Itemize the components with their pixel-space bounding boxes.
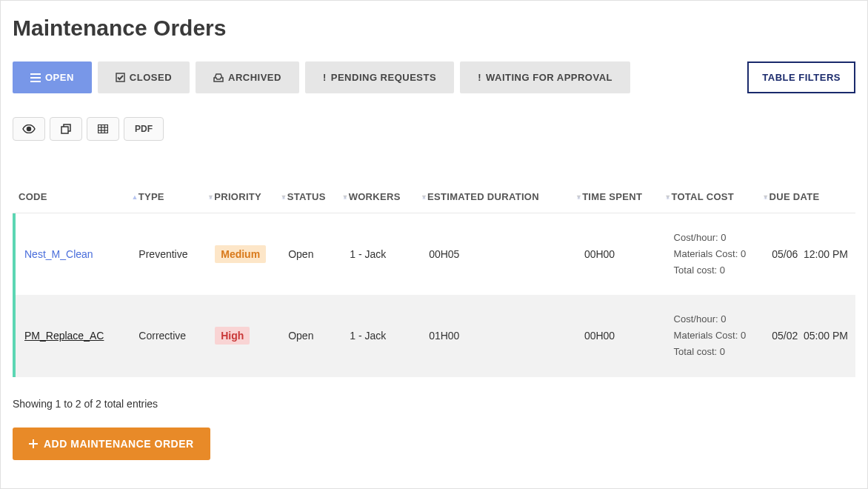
copy-icon bbox=[61, 124, 71, 134]
col-status[interactable]: STATUS ▲▼ bbox=[287, 191, 349, 202]
tab-label: WAITING FOR APPROVAL bbox=[486, 72, 612, 83]
cell-time-spent: 00H00 bbox=[584, 330, 674, 342]
cost-hour: Cost/hour: 0 bbox=[674, 230, 772, 246]
due-date: 05/02 bbox=[772, 330, 798, 342]
col-label: STATUS bbox=[287, 191, 326, 202]
cell-type: Corrective bbox=[138, 330, 215, 342]
col-priority[interactable]: PRIORITY ▲▼ bbox=[214, 191, 287, 202]
tab-waiting-approval[interactable]: ! WAITING FOR APPROVAL bbox=[460, 61, 630, 93]
pagination-info: Showing 1 to 2 of 2 total entries bbox=[13, 398, 855, 410]
cell-total-cost: Cost/hour: 0 Materials Cost: 0 Total cos… bbox=[674, 230, 772, 279]
toolbar: PDF bbox=[13, 117, 855, 141]
button-label: ADD MAINTENANCE ORDER bbox=[44, 438, 194, 450]
priority-badge: High bbox=[215, 327, 250, 345]
inbox-icon bbox=[213, 73, 224, 82]
table-row[interactable]: PM_Replace_AC Corrective High Open 1 - J… bbox=[13, 295, 855, 376]
tab-open[interactable]: OPEN bbox=[13, 61, 92, 93]
button-label: TABLE FILTERS bbox=[762, 72, 841, 83]
col-type[interactable]: TYPE ▲▼ bbox=[138, 191, 215, 202]
due-date: 05/06 bbox=[772, 248, 798, 260]
due-time: 12:00 PM bbox=[804, 248, 848, 260]
plus-icon bbox=[29, 439, 38, 448]
pdf-button[interactable]: PDF bbox=[124, 117, 164, 141]
col-label: CODE bbox=[19, 191, 47, 202]
table-filters-button[interactable]: TABLE FILTERS bbox=[747, 61, 855, 93]
cell-due-date: 05/02 05:00 PM bbox=[772, 330, 852, 342]
cell-workers: 1 - Jack bbox=[350, 330, 429, 342]
tab-pending-requests[interactable]: ! PENDING REQUESTS bbox=[305, 61, 454, 93]
col-workers[interactable]: WORKERS ▲▼ bbox=[349, 191, 427, 202]
tab-closed[interactable]: CLOSED bbox=[98, 61, 190, 93]
col-label: TOTAL COST bbox=[671, 191, 734, 202]
col-label: TYPE bbox=[138, 191, 164, 202]
col-label: TIME SPENT bbox=[582, 191, 642, 202]
materials-cost: Materials Cost: 0 bbox=[674, 246, 772, 262]
tab-label: PENDING REQUESTS bbox=[331, 72, 436, 83]
grid-icon bbox=[98, 124, 108, 133]
col-label: ESTIMATED DURATION bbox=[427, 191, 539, 202]
priority-badge: Medium bbox=[215, 245, 266, 263]
col-code[interactable]: CODE ▲ bbox=[19, 191, 138, 202]
cell-total-cost: Cost/hour: 0 Materials Cost: 0 Total cos… bbox=[674, 311, 772, 360]
svg-rect-6 bbox=[99, 125, 108, 133]
copy-button[interactable] bbox=[50, 117, 82, 141]
svg-rect-0 bbox=[30, 73, 41, 75]
page-title: Maintenance Orders bbox=[13, 16, 855, 41]
col-due-date[interactable]: DUE DATE bbox=[769, 191, 849, 202]
materials-cost: Materials Cost: 0 bbox=[674, 327, 772, 344]
svg-rect-5 bbox=[61, 127, 68, 133]
cost-hour: Cost/hour: 0 bbox=[674, 311, 772, 327]
col-total-cost[interactable]: TOTAL COST ▲▼ bbox=[671, 191, 769, 202]
eye-icon bbox=[22, 124, 36, 133]
total-cost: Total cost: 0 bbox=[674, 262, 772, 279]
add-maintenance-order-button[interactable]: ADD MAINTENANCE ORDER bbox=[13, 428, 210, 460]
exclamation-icon: ! bbox=[323, 72, 327, 83]
tab-label: CLOSED bbox=[130, 72, 172, 83]
visibility-button[interactable] bbox=[13, 117, 45, 141]
tabs-row: OPEN CLOSED ARCHIVED ! PENDING REQUESTS … bbox=[13, 61, 855, 93]
tab-label: ARCHIVED bbox=[228, 72, 281, 83]
order-code-link[interactable]: PM_Replace_AC bbox=[24, 330, 104, 342]
svg-point-4 bbox=[27, 127, 31, 131]
cell-due-date: 05/06 12:00 PM bbox=[772, 248, 852, 260]
total-cost: Total cost: 0 bbox=[674, 344, 772, 360]
button-label: PDF bbox=[135, 124, 153, 134]
cell-status: Open bbox=[288, 248, 350, 260]
col-label: PRIORITY bbox=[214, 191, 261, 202]
cell-status: Open bbox=[288, 330, 350, 342]
col-estimated-duration[interactable]: ESTIMATED DURATION ▲▼ bbox=[427, 191, 582, 202]
cell-estimated-duration: 01H00 bbox=[429, 330, 584, 342]
cell-workers: 1 - Jack bbox=[350, 248, 429, 260]
col-time-spent[interactable]: TIME SPENT ▲▼ bbox=[582, 191, 671, 202]
table-header: CODE ▲ TYPE ▲▼ PRIORITY ▲▼ STATUS ▲▼ WOR… bbox=[13, 184, 855, 213]
due-time: 05:00 PM bbox=[804, 330, 848, 342]
col-label: DUE DATE bbox=[769, 191, 820, 202]
svg-rect-2 bbox=[30, 81, 41, 82]
cell-time-spent: 00H00 bbox=[584, 248, 674, 260]
cell-type: Preventive bbox=[138, 248, 215, 260]
exclamation-icon: ! bbox=[478, 72, 481, 83]
cell-estimated-duration: 00H05 bbox=[429, 248, 584, 260]
grid-button[interactable] bbox=[87, 117, 119, 141]
order-code-link[interactable]: Nest_M_Clean bbox=[24, 248, 93, 260]
list-icon bbox=[30, 73, 41, 82]
check-square-icon bbox=[116, 73, 125, 82]
tab-label: OPEN bbox=[45, 72, 74, 83]
svg-rect-12 bbox=[29, 443, 38, 445]
col-label: WORKERS bbox=[349, 191, 401, 202]
table-row[interactable]: Nest_M_Clean Preventive Medium Open 1 - … bbox=[13, 213, 855, 295]
svg-rect-1 bbox=[30, 77, 41, 79]
tab-archived[interactable]: ARCHIVED bbox=[196, 61, 299, 93]
